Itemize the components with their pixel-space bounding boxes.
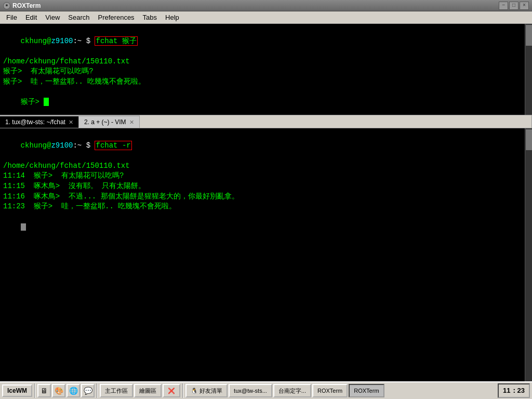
menu-preferences[interactable]: Preferences bbox=[94, 12, 139, 22]
taskbar-btn-friends[interactable]: 🐧 好友清單 bbox=[185, 384, 228, 397]
taskbar: IceWM 🖥 🎨 🌐 💬 主工作區 繪圖區 ❌ 🐧 好友清單 tux@tw-s… bbox=[0, 381, 532, 399]
taskbar-btn-roxterm2[interactable]: ROXTerm bbox=[349, 384, 384, 397]
bottom-line-5: 11:23 猴子> 哇，一整盆耶.. 吃幾塊不會死啦。 bbox=[3, 202, 529, 212]
maximize-button[interactable]: □ bbox=[509, 2, 518, 10]
top-cursor bbox=[44, 98, 49, 106]
menu-view[interactable]: View bbox=[41, 12, 64, 22]
tab-bar: 1. tux@tw-sts: ~/fchat ✕ 2. a + (~) - VI… bbox=[0, 115, 532, 128]
menu-file[interactable]: File bbox=[2, 12, 21, 22]
taskbar-divider-3 bbox=[182, 383, 183, 398]
title-bar: ● ROXTerm − □ × bbox=[0, 0, 532, 11]
taskbar-icon-monitor[interactable]: 🖥 bbox=[37, 384, 51, 397]
bottom-scrollbar[interactable] bbox=[525, 128, 532, 399]
tab-2-label: 2. a + (~) - VIM bbox=[84, 118, 126, 126]
top-username: ckhung bbox=[21, 37, 47, 45]
top-scrollbar[interactable] bbox=[525, 24, 532, 115]
bottom-line-1: /home/ckhung/fchat/150110.txt bbox=[3, 161, 529, 171]
taskbar-icon-paint[interactable]: 🎨 bbox=[52, 384, 65, 397]
bottom-scrollbar-thumb[interactable] bbox=[526, 129, 532, 150]
window-title: ROXTerm bbox=[12, 2, 41, 9]
taskbar-divider-2 bbox=[97, 383, 98, 398]
taskbar-icon-browser[interactable]: 🌐 bbox=[66, 384, 80, 397]
terminal-bottom[interactable]: ckhung@z9100:~ $ fchat -r /home/ckhung/f… bbox=[0, 128, 532, 399]
tab-spacer bbox=[140, 115, 532, 128]
tab-1-label: 1. tux@tw-sts: ~/fchat bbox=[5, 118, 65, 126]
bottom-hostname: z9100 bbox=[51, 141, 73, 150]
taskbar-btn-tux[interactable]: tux@tw-sts... bbox=[229, 384, 272, 397]
bottom-prompt-line: ckhung@z9100:~ $ fchat -r bbox=[3, 130, 529, 161]
top-line-4: 猴子> bbox=[3, 87, 529, 115]
top-scrollbar-thumb[interactable] bbox=[526, 25, 532, 46]
minimize-button[interactable]: − bbox=[499, 2, 508, 10]
taskbar-divider-1 bbox=[34, 383, 35, 398]
top-line-1: /home/ckhung/fchat/150110.txt bbox=[3, 57, 529, 67]
tab-1-close[interactable]: ✕ bbox=[69, 119, 73, 126]
taskbar-btn-roxterm1[interactable]: ROXTerm bbox=[312, 384, 348, 397]
title-close-icon[interactable]: ● bbox=[3, 2, 10, 9]
menu-search[interactable]: Search bbox=[64, 12, 94, 22]
terminal-top[interactable]: ckhung@z9100:~ $ fchat 猴子 /home/ckhung/f… bbox=[0, 24, 532, 115]
menu-tabs[interactable]: Tabs bbox=[139, 12, 161, 22]
top-prompt-line: ckhung@z9100:~ $ fchat 猴子 bbox=[3, 26, 529, 57]
bottom-cursor-line bbox=[3, 212, 529, 243]
top-dollar: $ bbox=[82, 37, 95, 45]
taskbar-clock: 11：23 bbox=[498, 383, 530, 398]
close-button[interactable]: × bbox=[520, 2, 529, 10]
top-path: :~ bbox=[73, 37, 82, 45]
tab-2-close[interactable]: ✕ bbox=[129, 119, 134, 126]
menu-edit[interactable]: Edit bbox=[21, 12, 41, 22]
start-button[interactable]: IceWM bbox=[2, 384, 32, 397]
bottom-command: fchat -r bbox=[95, 141, 131, 150]
bottom-line-2: 11:14 猴子> 有太陽花可以吃嗎? bbox=[3, 171, 529, 181]
bottom-line-3: 11:15 啄木鳥> 沒有耶。 只有太陽餅。 bbox=[3, 181, 529, 192]
top-command: fchat 猴子 bbox=[95, 36, 137, 46]
taskbar-btn-workspace1[interactable]: 主工作區 bbox=[100, 384, 133, 397]
taskbar-btn-tainan[interactable]: 台南定字... bbox=[273, 384, 311, 397]
top-line-2: 猴子> 有太陽花可以吃嗎? bbox=[3, 66, 529, 77]
bottom-username: ckhung bbox=[21, 141, 47, 150]
taskbar-btn-workspace2[interactable]: 繪圖區 bbox=[134, 384, 162, 397]
tab-1[interactable]: 1. tux@tw-sts: ~/fchat ✕ bbox=[0, 115, 79, 128]
taskbar-icon-chat[interactable]: 💬 bbox=[81, 384, 95, 397]
tab-2[interactable]: 2. a + (~) - VIM ✕ bbox=[79, 115, 140, 128]
menu-help[interactable]: Help bbox=[161, 12, 183, 22]
menu-bar: File Edit View Search Preferences Tabs H… bbox=[0, 11, 532, 24]
top-hostname: z9100 bbox=[51, 37, 73, 45]
bottom-cursor bbox=[21, 223, 26, 231]
bottom-line-4: 11:16 啄木鳥> 不過... 那個太陽餅是猩猩老大的，你最好別亂拿。 bbox=[3, 192, 529, 202]
top-line-3: 猴子> 哇，一整盆耶.. 吃幾塊不會死啦。 bbox=[3, 77, 529, 87]
bottom-dollar: $ bbox=[82, 141, 95, 150]
taskbar-btn-x[interactable]: ❌ bbox=[163, 384, 180, 397]
bottom-path: :~ bbox=[73, 141, 82, 150]
